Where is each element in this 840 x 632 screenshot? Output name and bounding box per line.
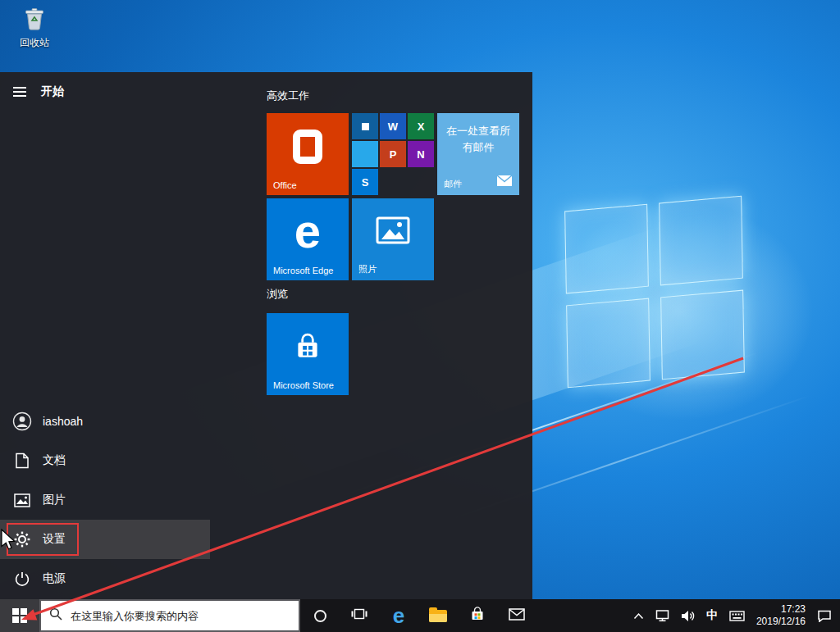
windows-logo-pane bbox=[659, 196, 743, 286]
start-button[interactable] bbox=[0, 599, 39, 632]
office-icon bbox=[293, 130, 322, 164]
tile-microsoft-store[interactable]: Microsoft Store bbox=[267, 313, 349, 395]
cortana-icon bbox=[314, 610, 326, 622]
windows-logo-pane bbox=[566, 298, 651, 389]
mini-tile-word[interactable]: W bbox=[380, 113, 406, 139]
task-view-icon bbox=[351, 607, 368, 624]
action-center-button[interactable] bbox=[817, 610, 832, 622]
rail-item-label: 图片 bbox=[43, 493, 66, 507]
power-icon bbox=[11, 568, 33, 589]
mail-icon bbox=[496, 175, 513, 190]
mini-tile-powerpoint[interactable]: P bbox=[380, 141, 406, 167]
tile-microsoft-edge[interactable]: e Microsoft Edge bbox=[267, 198, 349, 280]
rail-item-label: iashoah bbox=[43, 415, 83, 428]
tile-label: Microsoft Edge bbox=[273, 266, 333, 275]
mail-tile-headline: 在一处查看所有邮件 bbox=[437, 113, 519, 155]
start-menu-rail: iashoah 文档 图片 设置 bbox=[0, 402, 210, 598]
recycle-bin[interactable]: 回收站 bbox=[11, 7, 57, 50]
tile-mail[interactable]: 在一处查看所有邮件 邮件 bbox=[437, 113, 519, 195]
volume-icon[interactable] bbox=[681, 610, 695, 622]
mini-tile-excel[interactable]: X bbox=[408, 113, 434, 139]
tray-overflow-button[interactable] bbox=[633, 612, 644, 620]
clock-time: 17:23 bbox=[756, 603, 806, 616]
rail-item-documents[interactable]: 文档 bbox=[0, 441, 210, 480]
section-title-productivity: 高效工作 bbox=[267, 89, 309, 103]
system-tray: 中 17:23 2019/12/16 bbox=[633, 603, 840, 628]
tile-label: 照片 bbox=[358, 263, 377, 275]
tile-label: 邮件 bbox=[444, 178, 462, 190]
mail-icon bbox=[509, 608, 525, 624]
search-input[interactable] bbox=[69, 609, 290, 623]
task-view-button[interactable] bbox=[340, 599, 379, 632]
taskbar-search-box[interactable] bbox=[39, 599, 300, 632]
taskbar-clock[interactable]: 17:23 2019/12/16 bbox=[756, 603, 806, 628]
store-icon bbox=[267, 331, 349, 362]
document-icon bbox=[11, 450, 33, 471]
user-avatar-icon bbox=[11, 411, 33, 432]
tile-photos[interactable]: 照片 bbox=[352, 198, 434, 280]
folder-icon bbox=[429, 610, 447, 622]
windows-logo-pane bbox=[564, 204, 649, 294]
edge-icon: e bbox=[267, 203, 349, 258]
rail-item-power[interactable]: 电源 bbox=[0, 559, 210, 598]
edge-taskbar-button[interactable]: e bbox=[379, 599, 418, 632]
cortana-button[interactable] bbox=[300, 599, 340, 632]
windows-logo-wallpaper bbox=[564, 196, 745, 389]
network-icon[interactable] bbox=[655, 609, 669, 622]
mini-tile-onenote[interactable]: N bbox=[408, 141, 434, 167]
desktop: 回收站 开始 iashoah 文档 bbox=[0, 0, 840, 632]
mail-taskbar-button[interactable] bbox=[497, 599, 536, 632]
store-icon bbox=[469, 606, 486, 625]
rail-item-settings[interactable]: 设置 bbox=[0, 520, 210, 559]
start-menu-title: 开始 bbox=[41, 84, 64, 99]
tile-office[interactable]: Office bbox=[267, 113, 349, 195]
windows-logo-pane bbox=[660, 290, 745, 380]
store-taskbar-button[interactable] bbox=[458, 599, 497, 632]
rail-item-pictures[interactable]: 图片 bbox=[0, 480, 210, 520]
mini-tile-app-2[interactable] bbox=[352, 141, 378, 167]
rail-item-label: 设置 bbox=[43, 532, 66, 547]
mini-tile-skype[interactable]: S bbox=[352, 169, 378, 195]
touch-keyboard-icon[interactable] bbox=[729, 611, 745, 621]
gear-icon bbox=[11, 529, 33, 550]
search-icon bbox=[49, 607, 62, 624]
file-explorer-button[interactable] bbox=[418, 599, 458, 632]
clock-date: 2019/12/16 bbox=[756, 616, 806, 628]
edge-icon: e bbox=[393, 605, 404, 626]
section-title-browse: 浏览 bbox=[267, 287, 288, 302]
photos-icon bbox=[352, 216, 434, 244]
tile-group-office-apps: W X P N S bbox=[352, 113, 434, 195]
hamburger-menu-button[interactable] bbox=[0, 72, 39, 111]
rail-item-user[interactable]: iashoah bbox=[0, 402, 210, 441]
rail-item-label: 电源 bbox=[43, 571, 66, 586]
mini-tile-app[interactable] bbox=[352, 113, 378, 139]
recycle-bin-icon bbox=[21, 20, 48, 34]
rail-item-label: 文档 bbox=[43, 453, 66, 468]
start-menu: 开始 iashoah 文档 图片 bbox=[0, 72, 532, 599]
taskbar: e 中 bbox=[0, 599, 840, 632]
app-icon bbox=[362, 123, 369, 130]
ime-indicator[interactable]: 中 bbox=[706, 608, 718, 623]
recycle-bin-label: 回收站 bbox=[11, 36, 57, 50]
windows-logo-icon bbox=[12, 608, 27, 623]
picture-icon bbox=[11, 489, 33, 511]
start-menu-header: 开始 bbox=[0, 72, 64, 111]
tile-label: Microsoft Store bbox=[273, 380, 334, 390]
tile-label: Office bbox=[273, 180, 297, 190]
